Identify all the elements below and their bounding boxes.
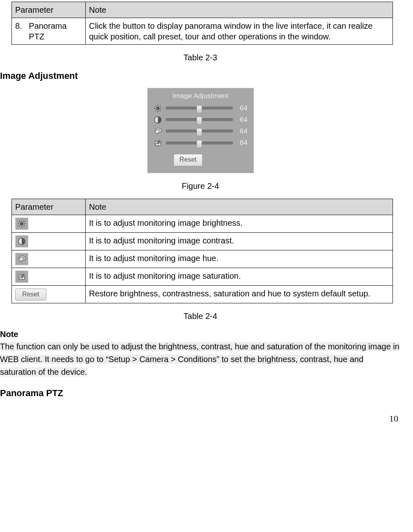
figure-2-4-caption: Figure 2-4: [0, 181, 401, 191]
row-name: Panorama PTZ: [29, 21, 83, 42]
image-adjustment-panel: Image Adjustment 64 64 64 64 Reset: [147, 88, 254, 173]
hue-value: 64: [236, 127, 248, 136]
contrast-icon: [153, 115, 162, 124]
reset-button[interactable]: Reset: [15, 289, 46, 300]
table-row: 8. Panorama PTZ Click the button to disp…: [12, 18, 393, 45]
brightness-slider-row: 64: [153, 104, 248, 113]
note-body: The function can only be used to adjust …: [0, 340, 401, 378]
table-header-parameter: Parameter: [12, 2, 86, 18]
table-2-4: Parameter Note It is to adjust monitorin…: [11, 199, 393, 303]
panel-title: Image Adjustment: [151, 92, 250, 101]
table-2-3: Parameter Note 8. Panorama PTZ Click the…: [11, 2, 393, 45]
table-row: It is to adjust monitoring image saturat…: [12, 268, 393, 285]
hue-icon: [15, 253, 28, 265]
note-heading: Note: [0, 329, 401, 339]
saturation-icon: [15, 271, 28, 283]
table-header-note: Note: [86, 199, 393, 215]
table-header-parameter: Parameter: [12, 199, 86, 215]
saturation-slider[interactable]: [166, 142, 233, 144]
row-note: It is to adjust monitoring image hue.: [86, 250, 393, 268]
brightness-icon: [153, 104, 162, 113]
hue-slider[interactable]: [166, 130, 233, 133]
row-note: Click the button to display panorama win…: [86, 18, 393, 45]
table-header-note: Note: [86, 2, 393, 18]
section-image-adjustment: Image Adjustment: [0, 70, 401, 82]
table-row: It is to adjust monitoring image contras…: [12, 232, 393, 250]
row-note: It is to adjust monitoring image saturat…: [86, 268, 393, 285]
table-2-4-caption: Table 2-4: [0, 311, 401, 321]
table-row: It is to adjust monitoring image hue.: [12, 250, 393, 268]
saturation-value: 64: [236, 138, 248, 147]
row-note: Restore brightness, contrastness, satura…: [86, 285, 393, 303]
brightness-icon: [15, 218, 28, 230]
contrast-value: 64: [236, 115, 248, 124]
contrast-icon: [15, 235, 28, 248]
reset-button[interactable]: Reset: [173, 154, 203, 166]
table-row: It is to adjust monitoring image brightn…: [12, 215, 393, 232]
brightness-value: 64: [236, 104, 248, 113]
contrast-slider-row: 64: [153, 115, 248, 124]
row-number: 8.: [15, 21, 24, 42]
hue-slider-row: 64: [153, 127, 248, 136]
table-2-3-caption: Table 2-3: [0, 52, 401, 63]
contrast-slider[interactable]: [166, 118, 233, 121]
section-panorama-ptz: Panorama PTZ: [0, 388, 401, 399]
hue-icon: [153, 127, 162, 136]
saturation-icon: [153, 138, 162, 147]
brightness-slider[interactable]: [166, 107, 233, 110]
table-row: Reset Restore brightness, contrastness, …: [12, 285, 393, 303]
page-number: 10: [0, 413, 398, 425]
row-note: It is to adjust monitoring image contras…: [86, 232, 393, 250]
saturation-slider-row: 64: [153, 138, 248, 147]
row-note: It is to adjust monitoring image brightn…: [86, 215, 393, 232]
